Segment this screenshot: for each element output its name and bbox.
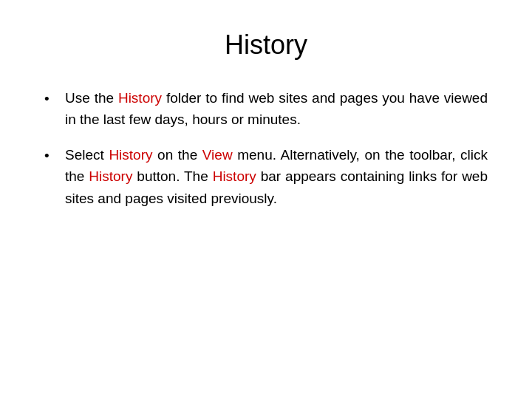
- bullet2-history1: History: [109, 147, 152, 163]
- page-title: History: [225, 30, 307, 61]
- bullet-2-marker: •: [44, 144, 65, 166]
- content-area: • Use the History folder to find web sit…: [44, 87, 488, 222]
- bullet-2-text: Select History on the View menu. Alterna…: [65, 144, 488, 209]
- bullet2-button: button. The: [132, 168, 212, 184]
- page: History • Use the History folder to find…: [0, 0, 532, 399]
- bullet2-select: Select: [65, 147, 104, 163]
- bullet-item-2: • Select History on the View menu. Alter…: [44, 144, 488, 209]
- bullet2-on-the: on the: [153, 147, 202, 163]
- bullet-1-text: Use the History folder to find web sites…: [65, 87, 488, 131]
- bullet2-view: View: [202, 147, 233, 163]
- bullet1-prefix: Use the: [65, 90, 118, 106]
- bullet1-history: History: [118, 90, 162, 106]
- bullet2-history3: History: [213, 168, 256, 184]
- bullet-1-marker: •: [44, 87, 65, 109]
- bullet2-history2: History: [89, 168, 132, 184]
- bullet-item-1: • Use the History folder to find web sit…: [44, 87, 488, 131]
